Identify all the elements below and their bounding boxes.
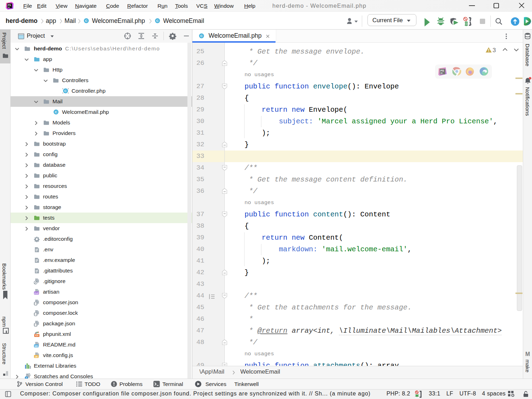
svg-text:PS: PS xyxy=(440,69,444,72)
svg-text:PS: PS xyxy=(8,4,11,6)
svg-text:MD: MD xyxy=(35,345,38,347)
svg-text:PHP: PHP xyxy=(34,292,39,294)
svg-text:JS: JS xyxy=(35,355,38,358)
svg-text:C: C xyxy=(200,34,203,38)
svg-text:C: C xyxy=(85,19,88,23)
svg-text:C: C xyxy=(156,19,159,23)
svg-text:C: C xyxy=(64,89,67,93)
svg-text:<>: <> xyxy=(35,334,38,337)
svg-text:C: C xyxy=(55,110,57,114)
